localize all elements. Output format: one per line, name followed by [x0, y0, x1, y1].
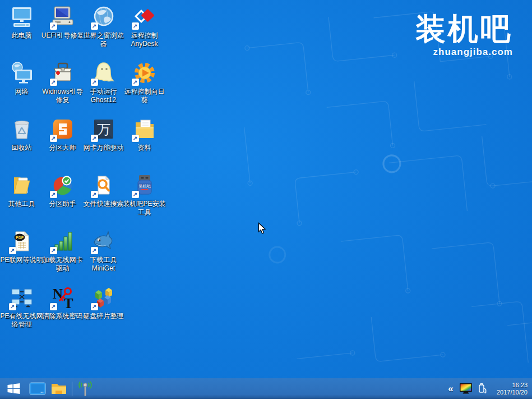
brand-domain: zhuangjiba.com	[415, 47, 513, 58]
hidden-icons-chevron[interactable]: «	[446, 383, 456, 395]
brand-title: 装机吧	[415, 12, 513, 46]
icon-label: PE有线无线网络管理	[0, 312, 44, 329]
start-button[interactable]	[0, 378, 27, 399]
icon-label: 远程控制AnyDesk	[122, 31, 167, 48]
desktop-icon-anydesk-remote[interactable]: 远程控制AnyDesk	[124, 3, 165, 59]
svg-text:装机吧: 装机吧	[138, 184, 151, 189]
desktop-icon-sunflower-remote[interactable]: 远程控制向日葵	[124, 59, 165, 116]
shortcut-arrow-icon	[9, 247, 16, 254]
icon-label: 分区大师	[40, 144, 85, 152]
icon-label: 装机吧PE安装工具	[122, 200, 167, 217]
icon-label: 回收站	[0, 144, 44, 152]
icon-label: 硬盘碎片整理	[81, 312, 126, 320]
svg-text:万: 万	[97, 122, 110, 137]
svg-text:PDF: PDF	[16, 236, 24, 240]
other-tools-folder-icon	[10, 173, 34, 198]
taskbar-separator	[72, 382, 72, 396]
desktop-icon-pe-network-manager[interactable]: PE有线无线网络管理	[1, 284, 42, 340]
svg-text:T: T	[64, 296, 73, 310]
shortcut-arrow-icon	[50, 303, 57, 310]
file-explorer-button[interactable]	[48, 378, 70, 399]
desktop-icon-disk-defrag[interactable]: 硬盘碎片整理	[83, 284, 124, 340]
pe-display-button[interactable]	[27, 378, 48, 399]
mouse-cursor	[258, 222, 267, 237]
desktop-icon-network[interactable]: 网络	[1, 59, 42, 116]
shortcut-arrow-icon	[50, 79, 57, 86]
shortcut-arrow-icon	[50, 22, 57, 30]
windows-logo-icon	[6, 381, 21, 396]
icon-label: 其他工具	[0, 200, 44, 208]
recycle-bin-icon	[10, 117, 34, 141]
desktop-icon-ghost12[interactable]: 手动运行Ghost12	[83, 59, 124, 116]
shortcut-arrow-icon	[91, 135, 98, 142]
shortcut-arrow-icon	[132, 79, 139, 86]
desktop-icon-other-tools[interactable]: 其他工具	[1, 172, 42, 228]
computer-icon	[10, 4, 34, 29]
wireless-antenna-button[interactable]	[75, 378, 96, 399]
shortcut-arrow-icon	[91, 22, 98, 30]
desktop-icon-partition-master[interactable]: 分区大师	[42, 116, 83, 172]
taskbar-clock[interactable]: 16:23 2017/10/20	[497, 382, 528, 396]
desktop-icon-wireless-driver-loader[interactable]: 加载无线网卡驱动	[42, 228, 83, 284]
icon-label: Widnows引导修复	[40, 88, 85, 104]
shortcut-arrow-icon	[50, 191, 57, 198]
desktop-icon-miniget[interactable]: 下载工具MiniGet	[83, 228, 124, 284]
clock-time: 16:23	[497, 382, 528, 389]
pe-display-icon	[29, 382, 46, 396]
icon-label: 远程控制向日葵	[122, 88, 167, 104]
shortcut-arrow-icon	[132, 135, 139, 142]
desktop-icon-uefi-boot-repair[interactable]: UEFI引导修复	[42, 3, 83, 59]
icon-label: 此电脑	[0, 31, 44, 40]
icon-label: 网络	[0, 88, 44, 96]
shortcut-arrow-icon	[50, 247, 57, 254]
shortcut-arrow-icon	[91, 79, 98, 86]
desktop-icon-pe-network-readme[interactable]: PDF PE联网等说明	[1, 228, 42, 284]
icon-label: PE联网等说明	[0, 256, 44, 264]
system-tray: « 16:23 2017/10/20	[446, 378, 532, 399]
usb-eject-icon	[477, 383, 489, 395]
taskbar: « 16:23 2017/10/20	[0, 378, 532, 399]
desktop-icon-windows-boot-repair[interactable]: Widnows引导修复	[42, 59, 83, 116]
desktop-icon-world-window-browser[interactable]: 世界之窗浏览器	[83, 3, 124, 59]
wireless-antenna-icon	[77, 380, 94, 397]
display-settings-button[interactable]	[459, 378, 473, 399]
icon-label: 世界之窗浏览器	[81, 31, 126, 48]
icon-label: 清除系统密码	[40, 312, 85, 320]
desktop-icon-grid: 此电脑 UEFI引导修复 世界之窗浏览器 远程控制AnyDesk 网络 Widn…	[1, 3, 165, 340]
shortcut-arrow-icon	[50, 135, 57, 142]
shortcut-arrow-icon	[91, 191, 98, 198]
desktop-icon-clear-system-password[interactable]: NT 清除系统密码	[42, 284, 83, 340]
shortcut-arrow-icon	[91, 303, 98, 310]
shortcut-arrow-icon	[9, 303, 16, 310]
network-icon	[10, 61, 34, 85]
icon-label: 分区助手	[40, 200, 85, 208]
shortcut-arrow-icon	[91, 247, 98, 254]
usb-eject-button[interactable]	[477, 378, 489, 399]
desktop-icon-zhuangjiba-pe-installer[interactable]: 装机吧 装机吧PE安装工具	[124, 172, 165, 228]
display-settings-icon	[459, 383, 473, 395]
icon-label: 下载工具MiniGet	[81, 256, 126, 273]
icon-label: 文件快速搜索	[81, 200, 126, 208]
shortcut-arrow-icon	[132, 191, 139, 198]
file-explorer-icon	[50, 382, 67, 396]
clock-date: 2017/10/20	[497, 389, 528, 396]
icon-label: 手动运行Ghost12	[81, 88, 126, 104]
desktop-icon-file-quick-search[interactable]: 文件快速搜索	[83, 172, 124, 228]
desktop-icon-computer[interactable]: 此电脑	[1, 3, 42, 59]
shortcut-arrow-icon	[132, 22, 139, 30]
brand-logo: 装机吧 zhuangjiba.com	[415, 12, 513, 58]
desktop-icon-documents-folder[interactable]: 资料	[124, 116, 165, 172]
desktop-icon-partition-assistant[interactable]: 分区助手	[42, 172, 83, 228]
desktop-icon-recycle-bin[interactable]: 回收站	[1, 116, 42, 172]
desktop-icon-nic-universal-driver[interactable]: 万 网卡万能驱动	[83, 116, 124, 172]
icon-label: UEFI引导修复	[40, 31, 85, 40]
icon-label: 资料	[122, 144, 167, 152]
icon-label: 加载无线网卡驱动	[40, 256, 85, 273]
icon-label: 网卡万能驱动	[81, 144, 126, 152]
